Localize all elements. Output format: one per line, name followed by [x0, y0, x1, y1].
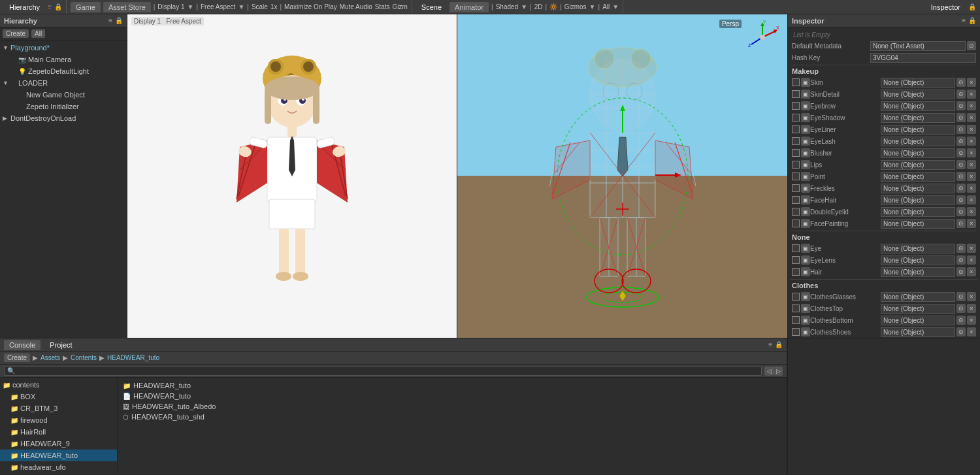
field-valuebox-freckles[interactable]: None (Object) [881, 184, 955, 193]
field-close-btn-hair[interactable]: × [967, 267, 976, 276]
panel-lock-icon[interactable]: 🔒 [775, 341, 783, 348]
field-valuebox-lips[interactable]: None (Object) [881, 160, 955, 170]
field-close-btn-doubleeyelid[interactable]: × [967, 207, 976, 216]
inspector-tab[interactable]: Inspector [926, 2, 966, 12]
field-valuebox-eyeshadow[interactable]: None (Object) [881, 113, 955, 123]
right-viewport[interactable]: Y X Z Persp [457, 14, 787, 338]
hierarchy-tab[interactable]: Hierarchy [4, 2, 45, 12]
field-close-btn-facepainting[interactable]: × [967, 219, 976, 228]
field-valuebox-blusher[interactable]: None (Object) [881, 148, 955, 158]
field-checkbox-eyebrow[interactable] [792, 102, 800, 110]
field-checkbox-eyeshadow[interactable] [792, 114, 800, 122]
project-tree-item-firewood[interactable]: 📁firewood [0, 414, 117, 426]
field-dot-btn-doubleeyelid[interactable]: ⊙ [956, 207, 966, 216]
inspector-lock-icon[interactable]: 🔒 [968, 17, 976, 24]
field-close-btn-blusher[interactable]: × [967, 148, 976, 157]
asset-store-tab[interactable]: Asset Store [103, 2, 151, 12]
field-dot-btn-clothestop[interactable]: ⊙ [956, 304, 966, 313]
field-close-btn-clothesbottom[interactable]: × [967, 316, 976, 325]
field-valuebox-eyelash[interactable]: None (Object) [881, 137, 955, 146]
field-close-btn-eyelens[interactable]: × [967, 255, 976, 265]
field-dot-btn-skin[interactable]: ⊙ [956, 78, 966, 87]
field-close-btn-clothesglasses[interactable]: × [967, 292, 976, 301]
field-valuebox-doubleeyelid[interactable]: None (Object) [881, 207, 955, 217]
breadcrumb-assets[interactable]: Assets [41, 354, 60, 361]
project-tree-item-headwear-ufo[interactable]: 📁headwear_ufo [0, 461, 117, 473]
tree-item-new-game-object[interactable]: New Game Object [0, 89, 127, 101]
field-close-btn-eyeliner[interactable]: × [967, 125, 976, 134]
field-dot-btn-clothesshoes[interactable]: ⊙ [956, 327, 966, 336]
field-checkbox-skin[interactable] [792, 78, 800, 86]
file-item-headwear-tuto[interactable]: 📁HEADWEAR_tuto [120, 380, 784, 391]
breadcrumb-headwear[interactable]: HEADWEAR_tuto [107, 354, 159, 361]
project-tree-item-contents[interactable]: 📁contents [0, 379, 117, 391]
scene-tab[interactable]: Scene [416, 2, 447, 12]
field-checkbox-hair[interactable] [792, 268, 800, 276]
field-valuebox-eyelens[interactable]: None (Object) [881, 255, 955, 265]
project-tree-item-hairroll[interactable]: 📁HairRoll [0, 426, 117, 438]
field-valuebox-eyeliner[interactable]: None (Object) [881, 125, 955, 135]
field-close-btn-point[interactable]: × [967, 172, 976, 181]
field-close-btn-skindetail[interactable]: × [967, 90, 976, 99]
animator-tab[interactable]: Animator [449, 2, 489, 12]
field-close-btn-eyelash[interactable]: × [967, 137, 976, 146]
field-dot-btn-skindetail[interactable]: ⊙ [956, 90, 966, 99]
field-checkbox-eyelens[interactable] [792, 256, 800, 264]
project-tree-item-box[interactable]: 📁BOX [0, 391, 117, 402]
shaded-label[interactable]: Shaded [496, 3, 518, 10]
gizmos-label[interactable]: Gizmos [564, 3, 587, 10]
default-metadata-dot-btn[interactable]: ⊙ [967, 41, 976, 50]
tree-item-main-camera[interactable]: 📷 Main Camera [0, 54, 127, 65]
field-close-btn-skin[interactable]: × [967, 78, 976, 87]
field-checkbox-facehair[interactable] [792, 196, 800, 204]
field-dot-btn-eyeliner[interactable]: ⊙ [956, 125, 966, 134]
hierarchy-menu-icon[interactable]: ≡ [108, 17, 112, 24]
maximize-label[interactable]: Maximize On Play [284, 3, 337, 10]
field-checkbox-lips[interactable] [792, 161, 800, 169]
search-btn1[interactable]: ◁ [764, 367, 774, 376]
field-valuebox-skindetail[interactable]: None (Object) [881, 90, 955, 99]
hash-key-field[interactable]: 3VGG04 [870, 53, 976, 63]
field-valuebox-eye[interactable]: None (Object) [881, 244, 955, 254]
field-checkbox-clothestop[interactable] [792, 304, 800, 312]
field-valuebox-facepainting[interactable]: None (Object) [881, 219, 955, 229]
field-valuebox-skin[interactable]: None (Object) [881, 78, 955, 88]
inspector-lock[interactable]: 🔒 [968, 3, 976, 10]
file-item-headwear-tuto-shd[interactable]: ⬡HEADWEAR_tuto_shd [120, 412, 784, 422]
field-dot-btn-facepainting[interactable]: ⊙ [956, 219, 966, 228]
breadcrumb-contents[interactable]: Contents [71, 354, 97, 361]
field-dot-btn-clothesglasses[interactable]: ⊙ [956, 292, 966, 301]
field-checkbox-eye[interactable] [792, 244, 800, 252]
field-dot-btn-facehair[interactable]: ⊙ [956, 195, 966, 205]
field-checkbox-clothesshoes[interactable] [792, 328, 800, 336]
console-tab[interactable]: Console [4, 340, 41, 350]
game-tab[interactable]: Game [71, 2, 101, 12]
tree-item-loader[interactable]: ▼ LOADER [0, 77, 127, 89]
project-tree-item-headwear-tuto[interactable]: 📁HEADWEAR_tuto [0, 450, 117, 461]
field-valuebox-clothesbottom[interactable]: None (Object) [881, 316, 955, 325]
field-dot-btn-point[interactable]: ⊙ [956, 172, 966, 181]
field-close-btn-eye[interactable]: × [967, 244, 976, 253]
field-checkbox-facepainting[interactable] [792, 220, 800, 227]
field-close-btn-clothestop[interactable]: × [967, 304, 976, 313]
field-dot-btn-eyelens[interactable]: ⊙ [956, 255, 966, 265]
file-item-headwear-tuto[interactable]: 📄HEADWEAR_tuto [120, 391, 784, 401]
field-dot-btn-freckles[interactable]: ⊙ [956, 184, 966, 193]
field-dot-btn-blusher[interactable]: ⊙ [956, 148, 966, 157]
field-valuebox-clothestop[interactable]: None (Object) [881, 304, 955, 314]
project-tree-item-cr-btm-3[interactable]: 📁CR_BTM_3 [0, 402, 117, 414]
field-dot-btn-eye[interactable]: ⊙ [956, 244, 966, 253]
inspector-menu-icon[interactable]: ≡ [962, 17, 966, 24]
field-dot-btn-eyelash[interactable]: ⊙ [956, 137, 966, 146]
field-dot-btn-eyebrow[interactable]: ⊙ [956, 101, 966, 110]
search-btn2[interactable]: ▷ [774, 367, 783, 376]
field-valuebox-clothesglasses[interactable]: None (Object) [881, 292, 955, 302]
field-dot-btn-hair[interactable]: ⊙ [956, 267, 966, 276]
field-dot-btn-clothesbottom[interactable]: ⊙ [956, 316, 966, 325]
tree-item-playground[interactable]: ▼ Playground* [0, 42, 127, 54]
field-checkbox-point[interactable] [792, 172, 800, 180]
field-close-btn-freckles[interactable]: × [967, 184, 976, 193]
hierarchy-all-btn[interactable]: All [31, 29, 45, 38]
project-tree-item-headwear-9[interactable]: 📁HEADWEAR_9 [0, 438, 117, 450]
file-item-headwear-tuto-albedo[interactable]: 🖼HEADWEAR_tuto_Albedo [120, 401, 784, 412]
